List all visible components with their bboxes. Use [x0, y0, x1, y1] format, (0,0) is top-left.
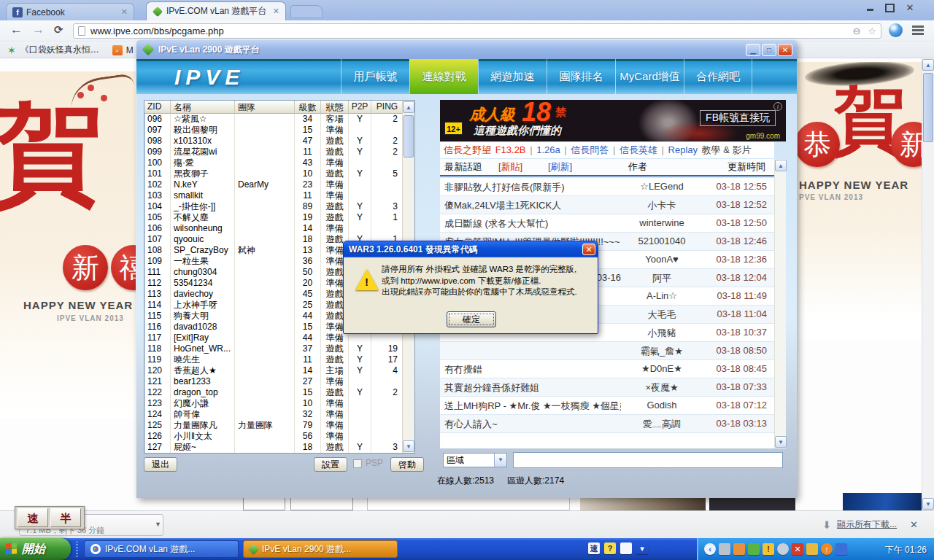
ok-button[interactable]: 確定	[447, 311, 496, 327]
player-row[interactable]: 118HoGnet_WR...37遊戲Y19	[144, 343, 404, 354]
player-row[interactable]: 102N.keYDearMy23準備	[144, 179, 404, 190]
player-row[interactable]: 097殺出個黎明15準備	[144, 125, 404, 136]
player-column-header[interactable]: P2P	[349, 101, 371, 114]
app-minimize-icon[interactable]: ▁	[746, 44, 760, 56]
upload-status-icon[interactable]: ↑	[821, 543, 833, 555]
show-all-downloads-link[interactable]: 顯示所有下載...	[837, 518, 897, 531]
scrollbar-thumb[interactable]	[404, 115, 414, 158]
taskbar-item-chrome[interactable]: IPvE.COM vLan 遊戲...	[84, 540, 239, 558]
forum-quick-link[interactable]: 教學 & 影片	[699, 144, 752, 155]
app-close-icon[interactable]: ✕	[778, 44, 792, 56]
new-post-link[interactable]: [新貼]	[498, 159, 522, 175]
refresh-link[interactable]: [刷新]	[548, 159, 572, 175]
network-monitor-icon[interactable]	[835, 543, 847, 555]
launch-button[interactable]: 啓動	[390, 457, 424, 472]
forum-post-row[interactable]: 成日斷線 (求各大大幫忙)winterwine03-18 12:50	[440, 214, 774, 233]
forum-quick-link[interactable]: Replay	[668, 144, 698, 155]
player-column-header[interactable]: 團隊	[235, 101, 295, 114]
security-shield-icon[interactable]: !	[763, 543, 774, 555]
close-window-icon[interactable]: ✕	[902, 2, 918, 14]
region-dropdown[interactable]: 區域 ▼	[443, 453, 507, 467]
scroll-down-icon[interactable]: ▼	[403, 440, 414, 452]
dialog-title[interactable]: WAR3 1.26.0.6401 發現異常代碼	[344, 241, 598, 257]
forum-scrollbar[interactable]: ▲ ▼	[774, 159, 786, 448]
minimize-window-icon[interactable]	[862, 2, 878, 14]
app-nav-tab[interactable]: 用戶帳號	[341, 59, 409, 94]
hide-tray-icons-chevron-icon[interactable]: ‹	[704, 543, 716, 555]
exit-button[interactable]: 退出	[144, 457, 177, 472]
player-column-header[interactable]: 級數	[295, 101, 321, 114]
player-row[interactable]: 101黑夜獅子10遊戲Y5	[144, 168, 404, 179]
player-row[interactable]: 103smallkit11準備	[144, 190, 404, 201]
forum-quick-link[interactable]: F13.2B	[495, 144, 526, 155]
forum-post-row[interactable]: 送上MH狗RP - ★Mr.俊 ★一枝獨瘦 ★個星好7 小。王Godish03-…	[440, 397, 774, 415]
scroll-up-icon[interactable]: ▲	[403, 101, 414, 113]
browser-scrollbar[interactable]: ▲ ▼	[922, 58, 934, 510]
forum-quick-link[interactable]: 信長之野望	[444, 144, 494, 155]
player-row[interactable]: 098x101310x47遊戲Y2	[144, 136, 404, 147]
player-column-header[interactable]: 狀態	[321, 101, 349, 114]
tab-ipve[interactable]: IPvE.COM vLan 遊戲平台 ✕	[146, 1, 286, 20]
forum-quick-link[interactable]: 1.26a	[536, 144, 560, 155]
update-manager-icon[interactable]	[733, 543, 745, 555]
player-row[interactable]: 096☆紫風☆34客場Y2	[144, 114, 404, 125]
ime-options-caret-icon[interactable]: ▾	[636, 542, 648, 554]
settings-button[interactable]: 設置	[314, 457, 347, 472]
scroll-down-icon[interactable]: ▼	[775, 436, 787, 448]
antivirus-alert-icon[interactable]: ✕	[792, 543, 803, 555]
app-nav-tab[interactable]: 網遊加速	[478, 59, 547, 94]
scroll-down-icon[interactable]: ▼	[922, 498, 934, 510]
tab-close-icon[interactable]: ✕	[273, 7, 279, 16]
player-row[interactable]: 119曉先生11遊戲Y17	[144, 354, 404, 365]
ime-halfwidth-button[interactable]: 半	[50, 508, 81, 527]
browser-menu-icon[interactable]	[912, 24, 925, 36]
forum-post-row[interactable]: 有心人請入~愛﹏高調03-18 03:13	[440, 415, 774, 433]
player-column-header[interactable]: 名稱	[171, 101, 235, 114]
reload-icon[interactable]: ⟳	[54, 23, 63, 36]
player-row[interactable]: 104_-掛住你-]]89遊戲Y3	[144, 201, 404, 212]
taskbar-item-ipve[interactable]: IPvE vLan 2900 遊戲...	[243, 540, 398, 558]
ime-quick-button[interactable]: 速	[18, 508, 48, 527]
player-row[interactable]: 121bear123327準備	[144, 376, 404, 387]
player-row[interactable]: 100殤·愛43準備	[144, 158, 404, 168]
restore-window-icon[interactable]	[885, 4, 895, 12]
player-row[interactable]: 117[Exit]Ray44準備	[144, 332, 404, 343]
player-row[interactable]: 125力量團隊凡力量團隊79準備	[144, 420, 404, 431]
app-nav-tab[interactable]: 連線對戰	[409, 59, 478, 94]
download-menu-caret-icon[interactable]: ▼	[155, 521, 161, 528]
wrench-tool-icon[interactable]	[719, 543, 730, 555]
player-row[interactable]: 120香蕉超人★14主場Y4	[144, 365, 404, 376]
ime-speed-icon[interactable]: 速	[588, 542, 600, 554]
forum-post-row[interactable]: 其實超分鐘吾係好難姐×夜魔★03-18 07:33	[440, 378, 774, 397]
ad-info-icon[interactable]: i	[773, 102, 782, 111]
fb-login-text[interactable]: FB帳號直接玩	[700, 110, 776, 126]
scroll-up-icon[interactable]: ▲	[922, 59, 934, 71]
messenger-flag-icon[interactable]	[806, 543, 818, 555]
back-icon[interactable]: ←	[10, 23, 23, 37]
app-titlebar[interactable]: IPvE vLan 2900 遊戲平台 ▁ □ ✕	[136, 40, 797, 59]
new-tab-button[interactable]	[290, 5, 323, 18]
scrollbar-thumb[interactable]	[923, 73, 933, 142]
forum-post-row[interactable]: 非膠貼敎人打好信長(限新手)☆LEGend03-18 12:55	[440, 178, 774, 196]
app-nav-tab[interactable]: 合作網吧	[684, 59, 752, 94]
bookmark-item[interactable]: M	[126, 45, 134, 55]
ad-banner[interactable]: 12+ 成人級 18 禁 這種遊戲你們懂的 FB帳號直接玩 gm99.com i	[440, 100, 786, 141]
app-nav-tab[interactable]: MyCard增值	[615, 59, 684, 94]
player-row[interactable]: 122dragon_top15遊戲Y2	[144, 387, 404, 398]
player-row[interactable]: 105不解乂塵19遊戲Y1	[144, 212, 404, 223]
player-row[interactable]: 123幻魔小謙10準備	[144, 398, 404, 409]
player-row[interactable]: 126小川‖文太56準備	[144, 431, 404, 442]
forum-post-row[interactable]: 有冇攪錯★D0nE★03-18 08:45	[440, 360, 774, 378]
scroll-up-icon[interactable]: ▲	[775, 160, 787, 171]
ime-help-icon[interactable]: ?	[604, 542, 616, 554]
tab-close-icon[interactable]: ✕	[121, 7, 128, 17]
player-row[interactable]: 127屁姬~18遊戲Y3	[144, 442, 404, 453]
ime-window-icon[interactable]	[620, 542, 632, 554]
dialog-close-icon[interactable]: ✕	[582, 244, 595, 255]
ipve-platform-tray-icon[interactable]	[748, 543, 760, 555]
player-row[interactable]: 099流星花園wi11遊戲Y2	[144, 147, 404, 158]
forum-post-row[interactable]: 傻Mak,24LV場主1死KICK人小卡卡03-18 12:52	[440, 196, 774, 214]
app-nav-tab[interactable]: 團隊排名	[547, 59, 615, 94]
forward-icon[interactable]: →	[32, 23, 45, 37]
dropdown-arrow-icon[interactable]: ▼	[494, 454, 506, 467]
